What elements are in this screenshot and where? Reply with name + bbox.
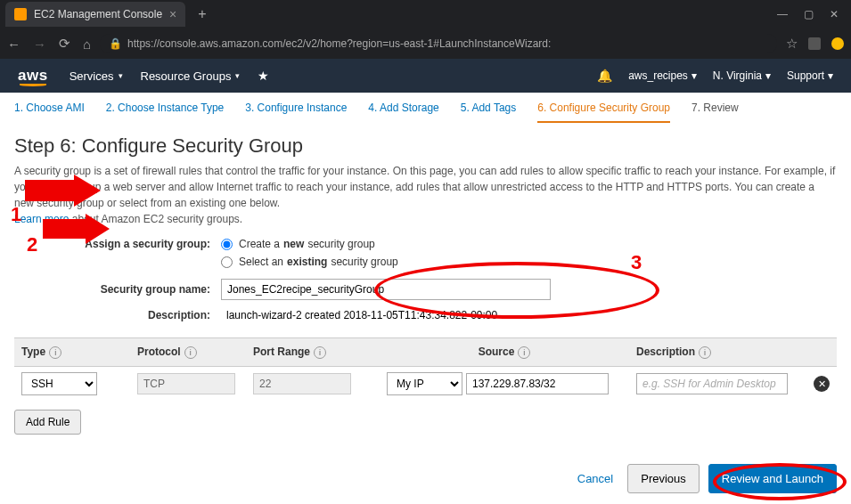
tab-favicon bbox=[14, 8, 27, 20]
step-title: Step 6: Configure Security Group bbox=[14, 134, 837, 158]
col-source: Sourcei bbox=[380, 338, 629, 367]
close-tab-icon[interactable]: × bbox=[169, 7, 176, 21]
tab-choose-instance-type[interactable]: 2. Choose Instance Type bbox=[106, 102, 225, 123]
bookmark-star-icon[interactable]: ☆ bbox=[786, 36, 798, 52]
aws-logo[interactable]: aws bbox=[18, 67, 48, 85]
chevron-down-icon: ▾ bbox=[119, 71, 123, 80]
profile-avatar-icon[interactable] bbox=[831, 37, 844, 50]
cancel-link[interactable]: Cancel bbox=[577, 472, 613, 485]
services-menu[interactable]: Services ▾ bbox=[70, 69, 123, 83]
pin-icon[interactable]: ★ bbox=[258, 69, 269, 83]
tab-configure-security-group[interactable]: 6. Configure Security Group bbox=[537, 102, 670, 123]
rule-row: SSH My IP ✕ bbox=[14, 367, 837, 402]
step-desc-text: A security group is a set of firewall ru… bbox=[14, 165, 835, 209]
step-content: Step 6: Configure Security Group A secur… bbox=[0, 124, 851, 445]
chevron-down-icon: ▾ bbox=[765, 69, 771, 82]
radio-create-new-input[interactable] bbox=[221, 239, 233, 250]
rule-source-ip-input[interactable] bbox=[466, 373, 609, 394]
home-icon[interactable]: ⌂ bbox=[83, 37, 91, 52]
browser-tab[interactable]: EC2 Management Console × bbox=[5, 2, 185, 27]
notifications-bell-icon[interactable]: 🔔 bbox=[597, 69, 612, 83]
radio-create-new-sg[interactable]: Create a new security group bbox=[221, 238, 375, 250]
support-label: Support bbox=[787, 69, 824, 82]
info-icon[interactable]: i bbox=[518, 346, 530, 359]
tab-review[interactable]: 7. Review bbox=[691, 102, 739, 123]
back-icon[interactable]: ← bbox=[7, 37, 20, 52]
radio-existing-sg[interactable]: Select an existing security group bbox=[221, 256, 398, 268]
support-menu[interactable]: Support ▾ bbox=[787, 69, 833, 82]
col-description: Descriptioni bbox=[629, 338, 806, 367]
account-label: aws_recipes bbox=[628, 69, 688, 82]
reload-icon[interactable]: ⟳ bbox=[59, 36, 70, 52]
assign-sg-label: Assign a security group: bbox=[14, 238, 221, 250]
wizard-footer: Cancel Previous Review and Launch bbox=[577, 464, 837, 493]
chevron-down-icon: ▾ bbox=[691, 69, 697, 82]
tab-add-storage[interactable]: 4. Add Storage bbox=[368, 102, 438, 123]
services-label: Services bbox=[70, 69, 114, 83]
info-icon[interactable]: i bbox=[314, 346, 326, 359]
tab-configure-instance[interactable]: 3. Configure Instance bbox=[245, 102, 347, 123]
new-tab-button[interactable]: + bbox=[191, 3, 213, 26]
browser-chrome: EC2 Management Console × + — ▢ ✕ ← → ⟳ ⌂… bbox=[0, 0, 851, 59]
chevron-down-icon: ▾ bbox=[828, 69, 833, 82]
rule-source-mode-select[interactable]: My IP bbox=[387, 372, 462, 395]
maximize-icon[interactable]: ▢ bbox=[804, 8, 814, 20]
sg-desc-label: Description: bbox=[14, 309, 221, 321]
rule-protocol-input bbox=[137, 373, 235, 394]
address-bar[interactable]: 🔒 https://console.aws.amazon.com/ec2/v2/… bbox=[100, 34, 777, 53]
info-icon[interactable]: i bbox=[184, 346, 197, 359]
resource-groups-menu[interactable]: Resource Groups ▾ bbox=[141, 69, 241, 83]
forward-icon[interactable]: → bbox=[33, 37, 46, 52]
previous-button[interactable]: Previous bbox=[627, 464, 700, 493]
lock-icon: 🔒 bbox=[109, 37, 122, 50]
sg-name-input[interactable] bbox=[221, 279, 551, 300]
rule-type-select[interactable]: SSH bbox=[21, 372, 97, 395]
rules-table: Typei Protocoli Port Rangei Sourcei Desc… bbox=[14, 337, 837, 401]
learn-more-link[interactable]: Learn more bbox=[14, 213, 69, 225]
step-description: A security group is a set of firewall ru… bbox=[14, 163, 837, 227]
info-icon[interactable]: i bbox=[699, 346, 711, 359]
close-window-icon[interactable]: ✕ bbox=[830, 8, 839, 20]
browser-tab-strip: EC2 Management Console × + — ▢ ✕ bbox=[0, 0, 851, 28]
aws-top-nav: aws Services ▾ Resource Groups ▾ ★ 🔔 aws… bbox=[0, 59, 851, 93]
sg-desc-input[interactable] bbox=[221, 305, 551, 325]
minimize-icon[interactable]: — bbox=[777, 8, 788, 20]
browser-toolbar: ← → ⟳ ⌂ 🔒 https://console.aws.amazon.com… bbox=[0, 28, 851, 59]
col-protocol: Protocoli bbox=[130, 338, 246, 367]
resource-groups-label: Resource Groups bbox=[141, 69, 232, 83]
review-and-launch-button[interactable]: Review and Launch bbox=[708, 464, 837, 493]
remove-rule-icon[interactable]: ✕ bbox=[814, 376, 830, 392]
col-type: Typei bbox=[14, 338, 130, 367]
rule-description-input[interactable] bbox=[636, 373, 788, 394]
region-menu[interactable]: N. Virginia ▾ bbox=[713, 69, 771, 82]
account-menu[interactable]: aws_recipes ▾ bbox=[628, 69, 697, 82]
wizard-tabs: 1. Choose AMI 2. Choose Instance Type 3.… bbox=[0, 93, 851, 124]
col-port-range: Port Rangei bbox=[246, 338, 380, 367]
info-icon[interactable]: i bbox=[49, 346, 61, 359]
radio-existing-input[interactable] bbox=[221, 256, 233, 268]
tab-add-tags[interactable]: 5. Add Tags bbox=[461, 102, 517, 123]
url-text: https://console.aws.amazon.com/ec2/v2/ho… bbox=[127, 37, 551, 50]
region-label: N. Virginia bbox=[713, 69, 762, 82]
extension-icon[interactable] bbox=[808, 37, 821, 50]
add-rule-button[interactable]: Add Rule bbox=[14, 410, 81, 435]
chevron-down-icon: ▾ bbox=[235, 71, 240, 80]
tab-title: EC2 Management Console bbox=[34, 8, 162, 20]
window-controls: — ▢ ✕ bbox=[777, 8, 846, 20]
step-desc-suffix: about Amazon EC2 security groups. bbox=[69, 213, 242, 225]
tab-choose-ami[interactable]: 1. Choose AMI bbox=[14, 102, 85, 123]
rule-port-range-input bbox=[253, 373, 351, 394]
sg-name-label: Security group name: bbox=[14, 283, 221, 296]
